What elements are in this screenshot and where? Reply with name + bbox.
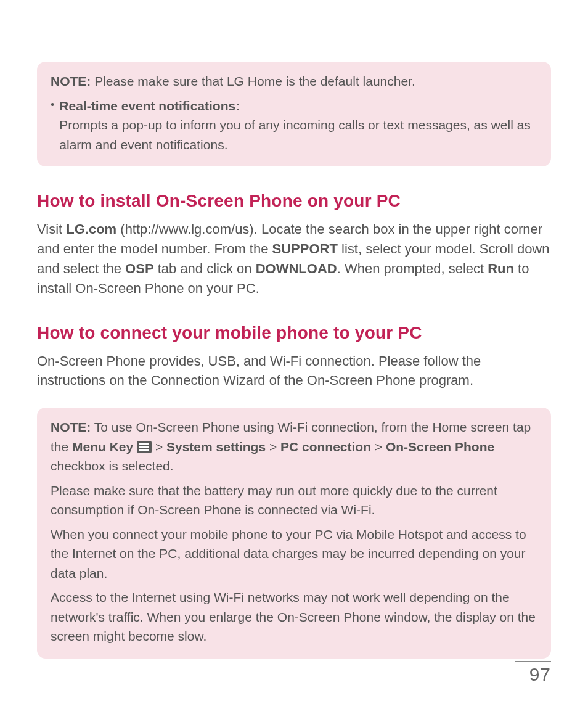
breadcrumb-sep: > <box>266 440 280 454</box>
pc-connection-text: PC connection <box>280 440 371 454</box>
text: tab and click on <box>154 261 256 276</box>
paragraph-install: Visit LG.com (http://www.lg.com/us). Loc… <box>37 220 551 298</box>
note-box-1: NOTE: Please make sure that LG Home is t… <box>37 62 551 166</box>
paragraph-connect: On-Screen Phone provides, USB, and Wi-Fi… <box>37 351 551 391</box>
system-settings-text: System settings <box>166 440 266 454</box>
bullet-text: Prompts a pop-up to inform you of any in… <box>59 115 537 154</box>
bullet-dot-icon: • <box>51 96 59 155</box>
heading-install: How to install On-Screen Phone on your P… <box>37 191 551 211</box>
on-screen-phone-text: On-Screen Phone <box>386 440 494 454</box>
note-label: NOTE: <box>51 74 91 88</box>
note2-p2: Please make sure that the battery may ru… <box>51 481 537 520</box>
note-intro-text: Please make sure that LG Home is the def… <box>91 74 415 88</box>
text: checkbox is selected. <box>51 459 174 473</box>
menu-key-icon <box>137 441 152 453</box>
note2-p4: Access to the Internet using Wi-Fi netwo… <box>51 588 537 646</box>
run-text: Run <box>488 261 514 276</box>
note-line: NOTE: Please make sure that LG Home is t… <box>51 72 537 91</box>
note-label: NOTE: <box>51 420 91 434</box>
breadcrumb-sep: > <box>152 440 166 454</box>
note2-line1: NOTE: To use On-Screen Phone using Wi-Fi… <box>51 417 537 476</box>
support-text: SUPPORT <box>272 241 338 257</box>
text: . When prompted, select <box>337 261 488 276</box>
page-number-block: 97 <box>515 661 551 685</box>
download-text: DOWNLOAD <box>256 261 337 276</box>
note-bullet-row: • Real-time event notifications: Prompts… <box>51 96 537 155</box>
breadcrumb-sep: > <box>371 440 386 454</box>
note-box-2: NOTE: To use On-Screen Phone using Wi-Fi… <box>37 408 551 659</box>
note2-p3: When you connect your mobile phone to yo… <box>51 525 537 583</box>
lg-com-text: LG.com <box>66 221 116 237</box>
page-number: 97 <box>515 664 551 685</box>
bullet-body: Real-time event notifications: Prompts a… <box>59 96 537 155</box>
bullet-title: Real-time event notifications: <box>59 96 537 116</box>
page-number-rule <box>515 661 551 662</box>
heading-connect: How to connect your mobile phone to your… <box>37 323 551 343</box>
manual-page: NOTE: Please make sure that LG Home is t… <box>0 0 588 706</box>
osp-text: OSP <box>125 261 153 276</box>
text: Visit <box>37 221 66 237</box>
menu-key-text: Menu Key <box>72 440 133 454</box>
